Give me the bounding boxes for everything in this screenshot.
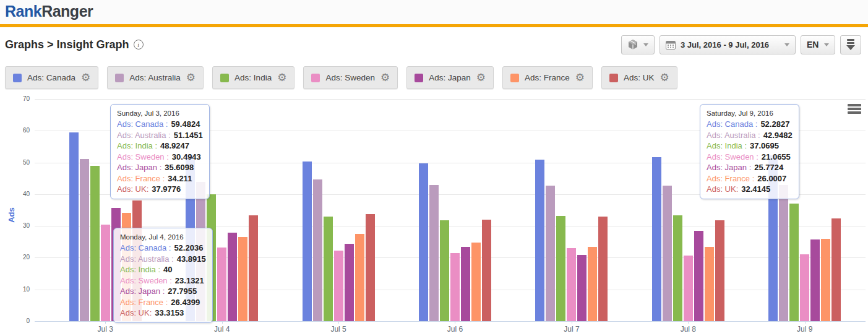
date-range-picker[interactable]: 3 Jul, 2016 - 9 Jul, 2016 bbox=[660, 35, 796, 54]
tooltip-series-value: 32.4145 bbox=[741, 184, 770, 194]
bar-ads-uk-jul-9[interactable] bbox=[831, 218, 841, 321]
legend-chip-ads-japan[interactable]: Ads: Japan⚙ bbox=[406, 66, 494, 89]
bar-ads-france-jul-7[interactable] bbox=[588, 247, 597, 321]
legend-label: Ads: France bbox=[525, 73, 570, 82]
tooltip-row-ads-india: Ads: India :37.0695 bbox=[707, 140, 793, 152]
bar-ads-sweden-jul-4[interactable] bbox=[217, 248, 226, 321]
tooltip-row-ads-uk: Ads: UK:32.4145 bbox=[707, 184, 793, 195]
gear-icon[interactable]: ⚙ bbox=[660, 72, 669, 83]
gear-icon[interactable]: ⚙ bbox=[186, 72, 196, 83]
tooltip-series-label: Ads: Japan : bbox=[120, 286, 165, 296]
tooltip-series-label: Ads: France : bbox=[117, 174, 165, 183]
bar-ads-uk-jul-4[interactable] bbox=[249, 215, 258, 321]
bar-ads-japan-jul-4[interactable] bbox=[228, 233, 237, 321]
bar-ads-uk-jul-8[interactable] bbox=[715, 220, 724, 321]
bar-ads-uk-jul-5[interactable] bbox=[366, 214, 375, 321]
chart-tooltip-1: Sunday, Jul 3, 2016Ads: Canada :59.4824A… bbox=[110, 104, 210, 199]
bar-ads-japan-jul-6[interactable] bbox=[461, 247, 470, 321]
bar-ads-canada-jul-6[interactable] bbox=[419, 163, 428, 321]
bar-ads-australia-jul-5[interactable] bbox=[313, 179, 322, 321]
package-dropdown-button[interactable] bbox=[621, 35, 655, 54]
bar-ads-france-jul-9[interactable] bbox=[821, 239, 830, 321]
toolbar: Graphs > Insight Graph i 3 Jul, 2016 - 9… bbox=[0, 27, 868, 62]
legend-chip-ads-australia[interactable]: Ads: Australia⚙ bbox=[107, 66, 204, 89]
tooltip-series-value: 21.0655 bbox=[762, 152, 791, 162]
gear-icon[interactable]: ⚙ bbox=[277, 72, 286, 83]
legend-chip-ads-sweden[interactable]: Ads: Sweden⚙ bbox=[303, 66, 398, 89]
gear-icon[interactable]: ⚙ bbox=[81, 72, 90, 83]
bar-ads-australia-jul-6[interactable] bbox=[429, 185, 439, 322]
bar-ads-australia-jul-8[interactable] bbox=[663, 186, 672, 321]
bar-ads-france-jul-8[interactable] bbox=[705, 247, 714, 321]
page-title: Graphs > Insight Graph bbox=[5, 38, 129, 51]
tooltip-row-ads-sweden: Ads: Sweden :30.4943 bbox=[117, 152, 203, 163]
bar-ads-canada-jul-8[interactable] bbox=[652, 157, 661, 321]
tooltip-series-label: Ads: France : bbox=[120, 298, 168, 307]
bar-ads-sweden-jul-6[interactable] bbox=[450, 253, 460, 321]
bar-ads-india-jul-7[interactable] bbox=[556, 216, 565, 321]
language-selector[interactable]: EN bbox=[801, 35, 835, 54]
tooltip-series-value: 59.4824 bbox=[171, 119, 200, 129]
tooltip-row-ads-uk: Ads: UK:37.9776 bbox=[117, 184, 203, 195]
x-axis-tick bbox=[805, 321, 806, 324]
bar-ads-india-jul-8[interactable] bbox=[673, 215, 682, 321]
tooltip-row-ads-australia: Ads: Australia :42.9482 bbox=[707, 130, 793, 141]
legend-chip-ads-india[interactable]: Ads: India⚙ bbox=[212, 66, 294, 89]
bar-ads-canada-jul-5[interactable] bbox=[303, 162, 312, 321]
legend-label: Ads: Australia bbox=[129, 73, 181, 82]
bar-ads-australia-jul-3[interactable] bbox=[80, 159, 89, 321]
legend-swatch bbox=[311, 74, 320, 82]
bar-ads-france-jul-4[interactable] bbox=[238, 237, 247, 321]
bar-ads-france-jul-5[interactable] bbox=[355, 234, 364, 321]
x-axis-tick bbox=[105, 321, 106, 324]
bar-ads-canada-jul-7[interactable] bbox=[535, 160, 544, 321]
tooltip-row-ads-india: Ads: India :48.9247 bbox=[117, 140, 203, 152]
tooltip-series-value: 43.8915 bbox=[177, 254, 206, 264]
tooltip-title: Sunday, Jul 3, 2016 bbox=[117, 110, 203, 117]
bar-ads-japan-jul-5[interactable] bbox=[345, 244, 354, 321]
legend-swatch bbox=[115, 74, 124, 82]
bar-ads-india-jul-9[interactable] bbox=[789, 204, 799, 321]
legend-chip-ads-canada[interactable]: Ads: Canada⚙ bbox=[5, 66, 98, 89]
bar-ads-sweden-jul-3[interactable] bbox=[101, 225, 110, 321]
bar-ads-france-jul-6[interactable] bbox=[471, 243, 481, 321]
tooltip-series-value: 37.9776 bbox=[152, 184, 181, 194]
tooltip-row-ads-france: Ads: France :26.4399 bbox=[120, 297, 206, 308]
bar-ads-india-jul-3[interactable] bbox=[90, 166, 100, 321]
gear-icon[interactable]: ⚙ bbox=[575, 72, 585, 83]
download-button[interactable] bbox=[840, 35, 861, 54]
tooltip-series-value: 37.0695 bbox=[750, 141, 779, 150]
bar-ads-uk-jul-7[interactable] bbox=[598, 217, 608, 321]
gear-icon[interactable]: ⚙ bbox=[380, 72, 390, 83]
bar-ads-australia-jul-9[interactable] bbox=[779, 185, 788, 321]
tooltip-row-ads-australia: Ads: Australia :51.1451 bbox=[117, 130, 203, 141]
legend-swatch bbox=[510, 74, 519, 82]
legend-chip-ads-uk[interactable]: Ads: UK⚙ bbox=[601, 66, 677, 89]
bar-ads-sweden-jul-9[interactable] bbox=[800, 254, 809, 321]
legend-label: Ads: India bbox=[234, 73, 272, 82]
logo-rank: Rank bbox=[5, 2, 41, 20]
bar-ads-japan-jul-8[interactable] bbox=[694, 231, 703, 321]
bar-ads-japan-jul-7[interactable] bbox=[577, 255, 587, 321]
y-axis-tick-label: 40 bbox=[0, 191, 30, 197]
bar-ads-sweden-jul-5[interactable] bbox=[334, 251, 343, 321]
bar-ads-india-jul-5[interactable] bbox=[324, 217, 333, 321]
legend-chip-ads-france[interactable]: Ads: France⚙ bbox=[502, 66, 593, 89]
tooltip-series-label: Ads: Sweden : bbox=[117, 152, 169, 162]
bar-ads-sweden-jul-8[interactable] bbox=[684, 256, 693, 321]
bar-ads-india-jul-6[interactable] bbox=[440, 220, 449, 321]
bar-ads-japan-jul-9[interactable] bbox=[810, 239, 820, 321]
chart-context-menu-button[interactable] bbox=[846, 103, 862, 115]
bar-ads-canada-jul-3[interactable] bbox=[69, 132, 79, 321]
bar-ads-australia-jul-7[interactable] bbox=[546, 186, 555, 321]
date-range-value: 3 Jul, 2016 - 9 Jul, 2016 bbox=[681, 40, 780, 50]
tooltip-row-ads-australia: Ads: Australia :43.8915 bbox=[120, 254, 206, 265]
tooltip-title: Saturday, Jul 9, 2016 bbox=[707, 110, 793, 117]
tooltip-series-value: 40 bbox=[163, 265, 172, 274]
tooltip-series-label: Ads: UK: bbox=[707, 184, 738, 194]
bar-ads-sweden-jul-7[interactable] bbox=[567, 248, 576, 321]
gear-icon[interactable]: ⚙ bbox=[476, 72, 486, 83]
bar-ads-uk-jul-6[interactable] bbox=[482, 220, 491, 321]
info-icon[interactable]: i bbox=[134, 40, 144, 50]
bar-group-jul-5 bbox=[280, 99, 397, 321]
